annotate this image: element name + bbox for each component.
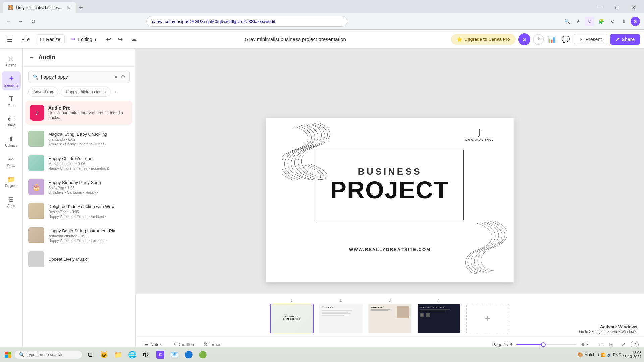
- thumb-slide-2[interactable]: CONTENT: [319, 304, 363, 333]
- thumb-slide-3[interactable]: ABOUT US: [368, 304, 412, 333]
- audio-search-input[interactable]: [41, 74, 111, 80]
- sidebar-label-uploads: Uploads: [5, 144, 17, 147]
- user-avatar[interactable]: S: [518, 33, 530, 45]
- back-nav-button[interactable]: ←: [4, 17, 13, 26]
- logo-text: LARANA, INC.: [465, 138, 494, 141]
- main-title-box[interactable]: BUSINESS PROJECT: [316, 150, 464, 220]
- sidebar-item-elements[interactable]: ✦ Elements: [2, 71, 21, 90]
- active-tab[interactable]: 🎨 Grey minimalist business proje... ✕: [3, 2, 76, 13]
- sidebar-label-text: Text: [8, 104, 14, 108]
- audio-info-1: Magical Sting, Baby Chuckling grantando …: [48, 132, 130, 146]
- thumbnail-1[interactable]: 1 BUSINESS PROJECT: [270, 298, 314, 333]
- chips-next-button[interactable]: ›: [113, 88, 118, 96]
- url-input[interactable]: canva.com/design/DAGUXr7jhM0/qfwxol6fjpU…: [146, 16, 347, 27]
- bookmark-icon[interactable]: ★: [574, 17, 583, 26]
- audio-thumb-3: 🎂: [28, 179, 44, 195]
- sidebar-item-design[interactable]: ⊞ Design: [2, 51, 21, 70]
- audio-meta-2: Muzaproduction • 0:06: [48, 162, 130, 166]
- add-slide-container[interactable]: 5 +: [466, 298, 509, 333]
- audio-item-3[interactable]: 🎂 Happy Birthday Party Song ShiftyPop • …: [25, 176, 132, 198]
- tab-close-button[interactable]: ✕: [67, 5, 71, 10]
- sidebar-item-brand[interactable]: 🏷 Brand: [2, 112, 21, 130]
- upgrade-button[interactable]: ⭐ Upgrade to Canva Pro: [451, 34, 516, 45]
- network-icon: 📶: [601, 353, 606, 357]
- taskbar-file-explorer[interactable]: 📁: [111, 348, 125, 361]
- activate-windows-notice: Activate Windows Go to Settings to activ…: [579, 324, 637, 334]
- new-tab-button[interactable]: +: [79, 4, 83, 11]
- audio-item-1[interactable]: Magical Sting, Baby Chuckling grantando …: [25, 127, 132, 150]
- audio-name-1: Magical Sting, Baby Chuckling: [48, 132, 130, 137]
- sidebar-item-text[interactable]: T Text: [2, 92, 21, 110]
- thumb-slide-1[interactable]: BUSINESS PROJECT: [270, 304, 314, 333]
- comments-icon[interactable]: 💬: [560, 34, 571, 45]
- search-clear-button[interactable]: ✕: [114, 74, 118, 80]
- taskbar-search-bar[interactable]: 🔍 Type here to search: [15, 351, 82, 359]
- add-collaborator-button[interactable]: +: [533, 34, 544, 45]
- zoom-thumb[interactable]: [541, 342, 546, 347]
- audio-item-4[interactable]: Delighted Kids Reaction with Wow DesignD…: [25, 200, 132, 223]
- add-slide-button[interactable]: +: [466, 304, 509, 333]
- audio-tags-3: Birthdays • Cartoons • Happy •: [48, 190, 130, 194]
- search-filter-button[interactable]: ⚙: [121, 74, 125, 80]
- canva-extension-icon[interactable]: C: [585, 17, 594, 26]
- audio-pro-card[interactable]: ♪ Audio Pro Unlock our entire library of…: [25, 101, 132, 125]
- zoom-icon[interactable]: 🔍: [562, 17, 572, 26]
- audio-meta-4: DesignDean • 0:05: [48, 210, 130, 214]
- present-button[interactable]: ⊡ Present: [574, 34, 607, 45]
- editing-mode-button[interactable]: ✏ Editing ▾: [67, 34, 101, 44]
- taskbar-cat-app[interactable]: 🐱: [97, 348, 111, 361]
- activate-subtitle: Go to Settings to activate Windows.: [579, 329, 637, 334]
- profile-avatar[interactable]: S: [631, 17, 640, 26]
- url-text: WWW.REALLYGREATSITE.COM: [349, 247, 431, 252]
- language-indicator: ENG: [613, 353, 621, 357]
- audio-thumb-1: [28, 131, 44, 147]
- extensions-icon[interactable]: 🧩: [596, 17, 606, 26]
- resize-button[interactable]: ⊡ Resize: [36, 34, 65, 44]
- sidebar-item-apps[interactable]: ⊞ Apps: [2, 192, 21, 211]
- panel-back-button[interactable]: ←: [28, 54, 34, 61]
- taskbar-chrome[interactable]: 🔵: [182, 348, 195, 361]
- thumb-slide-4[interactable]: GOALS AND OBJECTIVES ⚙ ☺: [417, 304, 461, 333]
- taskbar-edge[interactable]: 🌐: [125, 348, 139, 361]
- slide-canvas[interactable]: ʃ LARANA, INC. BUSINESS PROJECT WWW.REAL…: [266, 118, 514, 282]
- thumbnail-2[interactable]: 2 CONTENT: [319, 298, 363, 333]
- close-button[interactable]: ✕: [626, 2, 641, 13]
- taskbar-chrome-alt[interactable]: 🟢: [196, 348, 209, 361]
- chip-happy-childrens[interactable]: Happy childrens tunes: [61, 87, 111, 97]
- chip-advertising[interactable]: Advertising: [28, 87, 58, 97]
- taskbar-task-view[interactable]: ⧉: [83, 348, 97, 361]
- cloud-save-icon[interactable]: ☁: [128, 34, 140, 44]
- download-icon[interactable]: ⬇: [619, 17, 629, 26]
- svg-rect-3: [8, 355, 11, 358]
- audio-item-6[interactable]: Upbeat Lively Music: [25, 248, 132, 271]
- reload-button[interactable]: ↻: [28, 17, 38, 26]
- sidebar-label-brand: Brand: [7, 123, 16, 127]
- menu-button[interactable]: ☰: [4, 33, 15, 46]
- taskbar-store[interactable]: 🛍: [140, 348, 153, 361]
- sidebar-item-draw[interactable]: ✏ Draw: [2, 152, 21, 171]
- thumbnail-3[interactable]: 3 ABOUT US: [368, 298, 412, 333]
- audio-pro-title: Audio Pro: [48, 105, 128, 111]
- sidebar-item-uploads[interactable]: ⬆ Uploads: [2, 132, 21, 150]
- redo-button[interactable]: ↪: [115, 34, 125, 44]
- audio-thumb-2: [28, 155, 44, 171]
- thumbnail-4[interactable]: 4 GOALS AND OBJECTIVES ⚙ ☺: [417, 298, 461, 333]
- analytics-icon[interactable]: 📊: [546, 34, 557, 45]
- taskbar-search-icon: 🔍: [19, 352, 24, 357]
- audio-item-2[interactable]: Happy Children's Tune Muzaproduction • 0…: [25, 152, 132, 174]
- zoom-slider[interactable]: [516, 344, 577, 345]
- start-button[interactable]: [3, 349, 13, 360]
- undo-button[interactable]: ↩: [103, 34, 114, 44]
- share-button[interactable]: ↗ Share: [610, 34, 640, 45]
- file-menu-button[interactable]: File: [18, 34, 33, 44]
- taskbar-gmail[interactable]: 📧: [168, 348, 181, 361]
- taskbar-canva[interactable]: C: [154, 348, 167, 361]
- history-back-icon[interactable]: ⟲: [608, 17, 617, 26]
- editing-label: Editing: [78, 37, 92, 42]
- audio-item-5[interactable]: Happy Banjo String Instrument Riff selfd…: [25, 224, 132, 247]
- forward-nav-button[interactable]: →: [16, 17, 25, 26]
- maximize-button[interactable]: □: [609, 2, 625, 13]
- sidebar-item-projects[interactable]: 📁 Projects: [2, 172, 21, 191]
- audio-name-3: Happy Birthday Party Song: [48, 180, 130, 185]
- minimize-button[interactable]: —: [592, 2, 608, 13]
